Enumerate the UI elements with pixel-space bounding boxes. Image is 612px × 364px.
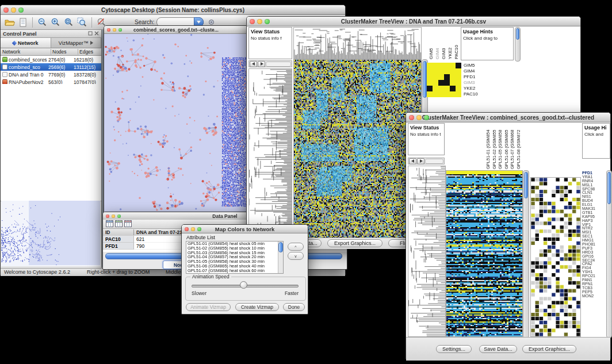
close-icon[interactable] xyxy=(3,7,9,13)
scroll-right-button[interactable] xyxy=(258,61,265,67)
matrix-cell[interactable] xyxy=(444,68,450,74)
zoom-window-icon[interactable] xyxy=(197,227,201,231)
close-icon[interactable] xyxy=(185,227,189,231)
document-icon[interactable] xyxy=(17,17,28,28)
scrollbar-thumb[interactable] xyxy=(423,61,427,98)
scroll-left-button[interactable] xyxy=(409,158,416,164)
zoom-in-icon[interactable] xyxy=(50,17,61,28)
matrix-cell[interactable] xyxy=(427,68,433,74)
matrix-cell[interactable] xyxy=(433,74,438,80)
gene-scrollbar[interactable] xyxy=(606,170,612,338)
zoom-window-icon[interactable] xyxy=(117,214,121,218)
network-list-row[interactable]: combined_sco2569(6)13112(15) xyxy=(1,63,101,71)
matrix-cell[interactable] xyxy=(450,91,456,97)
matrix-cell[interactable] xyxy=(444,80,450,86)
matrix-cell[interactable] xyxy=(438,91,444,97)
row-dendrogram-canvas[interactable] xyxy=(408,166,445,336)
minimize-icon[interactable] xyxy=(191,227,195,231)
matrix-gene-label[interactable]: GIM3 xyxy=(464,80,478,86)
network-view-canvas[interactable] xyxy=(104,34,248,216)
close-icon[interactable] xyxy=(107,28,110,32)
treeview-combined-titlebar[interactable]: ClusterMaker TreeView : combined_scores_… xyxy=(406,113,610,122)
close-panel-icon[interactable] xyxy=(94,31,99,37)
birdseye-canvas[interactable] xyxy=(1,201,100,265)
matrix-cell[interactable] xyxy=(433,63,438,68)
scrollbar-track[interactable] xyxy=(266,62,291,67)
zoom-window-icon[interactable] xyxy=(118,28,122,32)
treeview-button-export-graphics[interactable]: Export Graphics... xyxy=(522,345,576,353)
minimize-icon[interactable] xyxy=(257,19,262,24)
matrix-cell[interactable] xyxy=(438,86,444,91)
attribute-list[interactable]: GPL51-01 (GSM854) heat shock 05 minGPL51… xyxy=(186,241,284,274)
heatmap-view[interactable] xyxy=(293,59,422,238)
delete-attribute-icon[interactable] xyxy=(124,219,132,229)
array-label[interactable]: GIM5 xyxy=(429,27,435,59)
matrix-cell[interactable] xyxy=(427,86,433,91)
zoom-window-icon[interactable] xyxy=(18,7,24,13)
array-label[interactable]: YKE2 xyxy=(447,27,454,59)
tab-vizmapper[interactable]: VizMapper™ xyxy=(51,38,102,48)
matrix-gene-label[interactable]: GIM4 xyxy=(464,68,478,74)
row-dendrogram-canvas[interactable] xyxy=(249,69,292,237)
array-label[interactable]: GIM4 xyxy=(435,27,441,59)
matrix-cell[interactable] xyxy=(427,63,433,68)
hints-scrollbar[interactable] xyxy=(515,27,521,62)
matrix-cell[interactable] xyxy=(456,74,461,80)
list-scrollbar[interactable] xyxy=(278,242,283,273)
zoom-heatmap-view[interactable] xyxy=(530,177,581,337)
array-label[interactable]: GPL51-02 (GSM855 xyxy=(492,123,498,169)
global-heatmap-view[interactable] xyxy=(446,170,523,337)
matrix-cell[interactable] xyxy=(433,80,438,86)
column-nodes[interactable]: Nodes xyxy=(51,49,78,55)
matrix-cell[interactable] xyxy=(450,63,456,68)
create-attribute-icon[interactable] xyxy=(115,219,123,229)
matrix-cell[interactable] xyxy=(444,86,450,91)
matrix-cell[interactable] xyxy=(433,68,438,74)
matrix-cell[interactable] xyxy=(456,63,461,68)
matrix-cell[interactable] xyxy=(450,74,456,80)
matrix-gene-label[interactable]: PFD1 xyxy=(464,74,478,80)
heatmap-canvas[interactable] xyxy=(294,60,421,237)
move-up-button[interactable]: ^ xyxy=(288,243,304,251)
zoom-heatmap-canvas[interactable] xyxy=(531,178,580,336)
create-vizmap-button[interactable]: Create Vizmap xyxy=(235,303,279,311)
zoom-out-icon[interactable] xyxy=(37,17,48,28)
minimize-icon[interactable] xyxy=(113,28,116,32)
matrix-cell[interactable] xyxy=(456,86,461,91)
row-dendrogram[interactable] xyxy=(248,68,292,238)
matrix-cell[interactable] xyxy=(456,80,461,86)
minimize-icon[interactable] xyxy=(112,214,115,218)
treeview-button-settings[interactable]: Settings... xyxy=(436,345,472,353)
array-label[interactable]: GPL51-08 (GSM872 xyxy=(516,123,522,169)
network-table-header[interactable]: Network Nodes Edges xyxy=(1,48,101,56)
done-button[interactable]: Done xyxy=(283,303,305,311)
matrix-cell[interactable] xyxy=(438,68,444,74)
matrix-cell[interactable] xyxy=(438,80,444,86)
scrollbar-thumb[interactable] xyxy=(524,172,528,198)
scroll-left-button[interactable] xyxy=(250,61,257,67)
matrix-cell[interactable] xyxy=(456,91,461,97)
matrix-cell[interactable] xyxy=(444,74,450,80)
matrix-cell[interactable] xyxy=(438,74,444,80)
network-view-titlebar[interactable]: combined_scores_good.txt--cluste... xyxy=(104,26,248,34)
matrix-cell[interactable] xyxy=(438,63,444,68)
treeview-button-save-data[interactable]: Save Data... xyxy=(479,345,517,353)
speed-slider-thumb[interactable] xyxy=(240,281,247,289)
close-icon[interactable] xyxy=(409,115,414,120)
vertical-scrollbar[interactable] xyxy=(523,170,529,338)
array-label[interactable]: GPL51-07 (GSM868 xyxy=(510,123,516,169)
array-label[interactable]: PAC10 xyxy=(454,27,460,59)
close-icon[interactable] xyxy=(106,214,109,218)
column-dendrogram[interactable] xyxy=(293,27,422,59)
close-icon[interactable] xyxy=(250,19,255,24)
column-dendrogram-canvas[interactable] xyxy=(294,28,421,59)
array-label[interactable]: GPL51-05 (GSM858 xyxy=(498,123,504,169)
array-label[interactable]: GPL51-06 (GSM865 xyxy=(504,123,510,169)
matrix-cell[interactable] xyxy=(444,63,450,68)
array-label[interactable]: GPL51-01 (GSM854 xyxy=(485,123,492,169)
scrollbar-thumb[interactable] xyxy=(278,242,283,252)
matrix-cell[interactable] xyxy=(427,80,433,86)
select-attributes-icon[interactable] xyxy=(106,219,113,229)
matrix-cell[interactable] xyxy=(433,91,438,97)
column-network[interactable]: Network xyxy=(1,49,51,55)
